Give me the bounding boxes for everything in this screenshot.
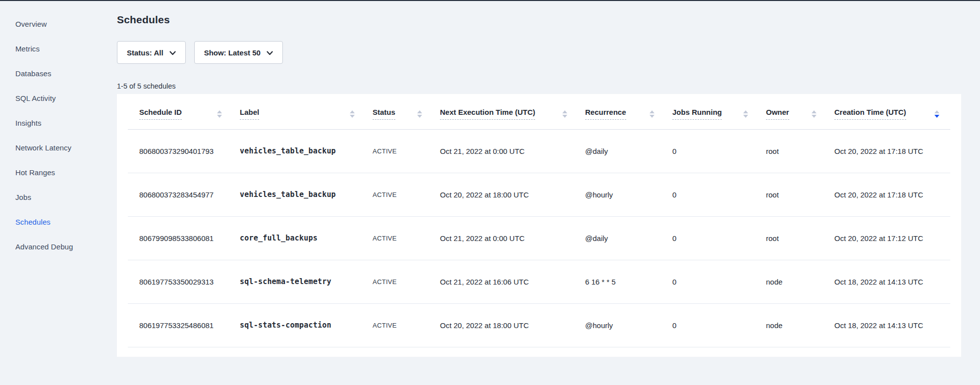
sort-arrows-icon[interactable] bbox=[743, 110, 748, 118]
sort-asc-icon bbox=[217, 110, 222, 113]
cell-status: ACTIVE bbox=[373, 173, 440, 216]
cell-label: sql-stats-compaction bbox=[240, 303, 373, 347]
chevron-down-icon bbox=[169, 48, 176, 57]
sort-arrows-icon[interactable] bbox=[417, 110, 422, 118]
column-header-owner[interactable]: Owner bbox=[766, 94, 834, 129]
table-row[interactable]: 806800373283454977 vehicles_table_backup… bbox=[128, 173, 950, 216]
sort-asc-icon bbox=[417, 110, 422, 113]
sidebar-item-sql-activity[interactable]: SQL Activity bbox=[0, 86, 117, 110]
sidebar-item-schedules[interactable]: Schedules bbox=[0, 209, 117, 234]
cell-creation-time: Oct 18, 2022 at 14:13 UTC bbox=[834, 260, 950, 303]
cell-jobs-running: 0 bbox=[672, 260, 766, 303]
cell-label: sql-schema-telemetry bbox=[240, 260, 373, 303]
cell-schedule-id: 806800373290401793 bbox=[128, 129, 240, 173]
cell-next-execution-time: Oct 21, 2022 at 16:06 UTC bbox=[440, 260, 585, 303]
sidebar-item-metrics[interactable]: Metrics bbox=[0, 36, 117, 61]
column-header-jobs-running[interactable]: Jobs Running bbox=[672, 94, 766, 129]
cell-jobs-running: 0 bbox=[672, 216, 766, 260]
table-row[interactable]: 806197753350029313 sql-schema-telemetry … bbox=[128, 260, 950, 303]
sidebar-item-insights[interactable]: Insights bbox=[0, 110, 117, 135]
sort-desc-icon bbox=[743, 115, 748, 118]
sort-arrows-icon[interactable] bbox=[812, 110, 817, 118]
cell-creation-time: Oct 20, 2022 at 17:12 UTC bbox=[834, 216, 950, 260]
cell-recurrence: @daily bbox=[585, 129, 672, 173]
cell-creation-time: Oct 20, 2022 at 17:18 UTC bbox=[834, 129, 950, 173]
sidebar-item-databases[interactable]: Databases bbox=[0, 61, 117, 86]
table-body: 806800373290401793 vehicles_table_backup… bbox=[128, 129, 950, 347]
chevron-down-icon bbox=[267, 48, 273, 57]
column-header-creation-time-utc[interactable]: Creation Time (UTC) bbox=[834, 94, 950, 129]
status-filter-label: Status: All bbox=[127, 48, 163, 57]
sort-desc-icon bbox=[562, 115, 567, 118]
sidebar-item-hot-ranges[interactable]: Hot Ranges bbox=[0, 160, 117, 185]
cell-owner: node bbox=[766, 260, 834, 303]
cell-owner: root bbox=[766, 216, 834, 260]
cell-recurrence: 6 16 * * 5 bbox=[585, 260, 672, 303]
sort-asc-icon bbox=[743, 110, 748, 113]
sort-arrows-icon[interactable] bbox=[350, 110, 355, 118]
sidebar-item-advanced-debug[interactable]: Advanced Debug bbox=[0, 234, 117, 259]
sort-arrows-icon[interactable] bbox=[934, 110, 939, 118]
cell-label: vehicles_table_backup bbox=[240, 173, 373, 216]
cell-next-execution-time: Oct 20, 2022 at 18:00 UTC bbox=[440, 303, 585, 347]
cell-status: ACTIVE bbox=[373, 260, 440, 303]
sort-desc-icon bbox=[650, 115, 654, 118]
cell-recurrence: @daily bbox=[585, 216, 672, 260]
schedules-table: Schedule ID Label Status Next Execution … bbox=[128, 94, 950, 347]
cell-schedule-id: 806197753350029313 bbox=[128, 260, 240, 303]
column-header-label[interactable]: Label bbox=[240, 94, 373, 129]
cell-status: ACTIVE bbox=[373, 129, 440, 173]
table-header: Schedule ID Label Status Next Execution … bbox=[128, 94, 950, 129]
show-latest-label: Show: Latest 50 bbox=[204, 48, 261, 57]
schedules-table-card: Schedule ID Label Status Next Execution … bbox=[117, 94, 961, 357]
cell-owner: node bbox=[766, 303, 834, 347]
column-header-recurrence[interactable]: Recurrence bbox=[585, 94, 672, 129]
cell-schedule-id: 806197753325486081 bbox=[128, 303, 240, 347]
sort-asc-icon bbox=[350, 110, 355, 113]
sort-arrows-icon[interactable] bbox=[650, 110, 654, 118]
cell-status: ACTIVE bbox=[373, 216, 440, 260]
results-count: 1-5 of 5 schedules bbox=[117, 82, 980, 90]
page-title: Schedules bbox=[117, 14, 980, 26]
sort-desc-icon bbox=[417, 115, 422, 118]
sort-desc-icon bbox=[350, 115, 355, 118]
cell-owner: root bbox=[766, 129, 834, 173]
cell-next-execution-time: Oct 20, 2022 at 18:00 UTC bbox=[440, 173, 585, 216]
table-row[interactable]: 806800373290401793 vehicles_table_backup… bbox=[128, 129, 950, 173]
cell-recurrence: @hourly bbox=[585, 303, 672, 347]
cell-schedule-id: 806799098533806081 bbox=[128, 216, 240, 260]
filters-row: Status: All Show: Latest 50 bbox=[117, 41, 980, 64]
column-header-next-execution-time-utc[interactable]: Next Execution Time (UTC) bbox=[440, 94, 585, 129]
column-header-status[interactable]: Status bbox=[373, 94, 440, 129]
status-filter-dropdown[interactable]: Status: All bbox=[117, 41, 186, 64]
table-row[interactable]: 806197753325486081 sql-stats-compaction … bbox=[128, 303, 950, 347]
cell-owner: root bbox=[766, 173, 834, 216]
sort-asc-icon bbox=[934, 110, 939, 113]
cell-status: ACTIVE bbox=[373, 303, 440, 347]
sidebar-item-jobs[interactable]: Jobs bbox=[0, 185, 117, 209]
sidebar-item-overview[interactable]: Overview bbox=[0, 11, 117, 36]
cell-schedule-id: 806800373283454977 bbox=[128, 173, 240, 216]
column-header-schedule-id[interactable]: Schedule ID bbox=[128, 94, 240, 129]
cell-label: vehicles_table_backup bbox=[240, 129, 373, 173]
sort-asc-icon bbox=[562, 110, 567, 113]
sort-desc-icon bbox=[217, 115, 222, 118]
table-row[interactable]: 806799098533806081 core_full_backups ACT… bbox=[128, 216, 950, 260]
cell-jobs-running: 0 bbox=[672, 173, 766, 216]
cell-label: core_full_backups bbox=[240, 216, 373, 260]
cell-creation-time: Oct 20, 2022 at 17:18 UTC bbox=[834, 173, 950, 216]
sort-arrows-icon[interactable] bbox=[562, 110, 567, 118]
cell-creation-time: Oct 18, 2022 at 14:13 UTC bbox=[834, 303, 950, 347]
sort-arrows-icon[interactable] bbox=[217, 110, 222, 118]
show-latest-dropdown[interactable]: Show: Latest 50 bbox=[194, 41, 283, 64]
cell-jobs-running: 0 bbox=[672, 303, 766, 347]
sidebar-item-network-latency[interactable]: Network Latency bbox=[0, 135, 117, 160]
sort-asc-icon bbox=[650, 110, 654, 113]
sort-desc-icon bbox=[934, 115, 939, 118]
cell-next-execution-time: Oct 21, 2022 at 0:00 UTC bbox=[440, 129, 585, 173]
main-content: Schedules Status: All Show: Latest 50 1-… bbox=[117, 1, 980, 385]
sidebar-nav: OverviewMetricsDatabasesSQL ActivityInsi… bbox=[0, 1, 117, 385]
sort-desc-icon bbox=[812, 115, 817, 118]
cell-jobs-running: 0 bbox=[672, 129, 766, 173]
sort-asc-icon bbox=[812, 110, 817, 113]
